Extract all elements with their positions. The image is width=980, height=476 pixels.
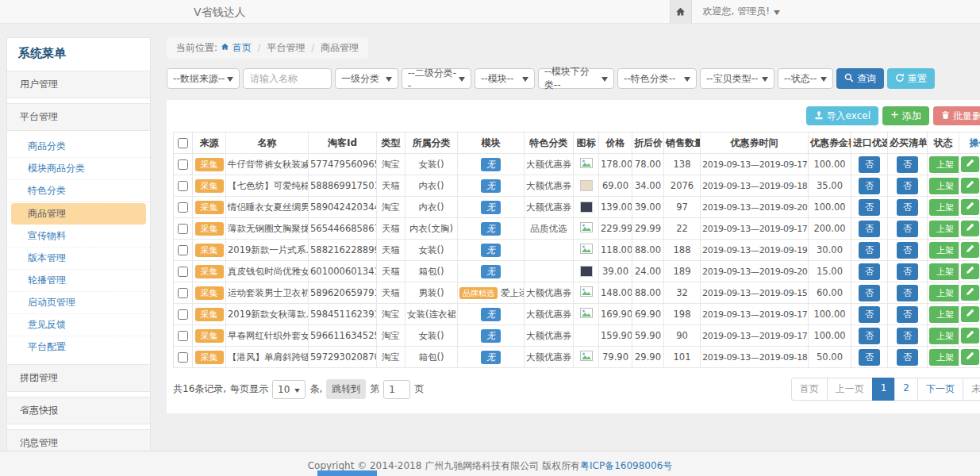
sidebar-group-item[interactable]: 省惠快报	[7, 397, 150, 424]
sidebar-item[interactable]: 版本管理	[7, 248, 150, 270]
must-buy-toggle-button[interactable]: 否	[897, 263, 918, 280]
filter-select[interactable]: --数据来源--	[167, 68, 240, 89]
page-button[interactable]: 末页	[963, 378, 980, 401]
sidebar-item[interactable]: 特色分类	[7, 180, 150, 202]
feature-category: 大额优惠券	[525, 197, 574, 218]
sidebar-item-active[interactable]: 商品管理	[11, 203, 146, 225]
filter-select[interactable]: 一级分类	[335, 68, 398, 89]
search-button[interactable]: 查询	[836, 68, 884, 89]
column-header: 类型	[377, 132, 405, 154]
sidebar-group-item[interactable]: 消息管理	[7, 429, 150, 451]
sidebar-item[interactable]: 意见反馈	[7, 314, 150, 336]
import-toggle-button[interactable]: 否	[859, 328, 880, 344]
table-row: 采集早春网红针织外套女春...596611634525淘宝女装()无大额优惠券1…	[174, 325, 980, 347]
sidebar-item[interactable]: 模块商品分类	[7, 158, 150, 180]
user-menu[interactable]: 欢迎您, 管理员!	[703, 5, 780, 18]
page-button[interactable]: 下一页	[917, 378, 963, 401]
import-toggle-button[interactable]: 否	[859, 221, 880, 237]
must-buy-toggle-button[interactable]: 否	[897, 221, 918, 237]
page-number-input[interactable]	[383, 380, 410, 399]
filter-select[interactable]: --模块--	[475, 68, 535, 89]
must-buy-toggle-button[interactable]: 否	[897, 178, 918, 194]
icp-link[interactable]: 粤ICP备16098006号	[580, 460, 672, 471]
filter-select[interactable]: --宝贝类型--	[700, 68, 774, 89]
horizontal-scrollbar-thumb[interactable]	[317, 470, 377, 476]
import-toggle-button[interactable]: 否	[859, 349, 880, 366]
edit-button[interactable]	[961, 156, 979, 172]
pencil-icon	[966, 330, 974, 341]
status-button[interactable]: 上架	[929, 156, 959, 173]
name-search-input[interactable]	[243, 68, 332, 89]
jump-button[interactable]: 跳转到	[326, 379, 366, 399]
filter-select[interactable]: --模块下分类--	[538, 68, 614, 89]
row-checkbox[interactable]	[178, 181, 188, 191]
row-checkbox[interactable]	[178, 352, 188, 363]
edit-button[interactable]	[961, 221, 979, 236]
page-button[interactable]: 2	[894, 378, 918, 401]
sidebar-item[interactable]: 轮播管理	[7, 270, 150, 292]
filter-select[interactable]: --二级分类--	[402, 68, 471, 89]
import-toggle-button[interactable]: 否	[859, 156, 880, 173]
home-icon[interactable]	[670, 0, 692, 23]
must-buy-toggle-button[interactable]: 否	[897, 349, 918, 366]
status-button[interactable]: 上架	[929, 178, 959, 194]
sidebar-item[interactable]: 启动页管理	[7, 292, 150, 314]
batch-delete-button[interactable]: 批量删除	[933, 106, 980, 125]
edit-button[interactable]	[961, 263, 979, 279]
edit-button[interactable]	[961, 328, 979, 344]
select-all-checkbox[interactable]	[178, 138, 188, 148]
must-buy-toggle-button[interactable]: 否	[897, 156, 918, 173]
reset-button[interactable]: 重置	[887, 68, 935, 89]
sidebar-item[interactable]: 平台配置	[7, 336, 150, 358]
must-buy-toggle-button[interactable]: 否	[897, 199, 918, 216]
import-excel-button[interactable]: 导入excel	[806, 106, 878, 125]
filter-select[interactable]: --特色分类--	[617, 68, 697, 89]
must-buy-toggle-button[interactable]: 否	[897, 306, 918, 323]
page-button[interactable]: 1	[872, 378, 896, 401]
row-checkbox[interactable]	[178, 245, 188, 255]
must-buy-toggle-button[interactable]: 否	[897, 328, 918, 344]
import-toggle-button[interactable]: 否	[859, 306, 880, 323]
row-checkbox[interactable]	[178, 224, 188, 234]
per-page-select[interactable]: 10	[272, 380, 306, 399]
sidebar-item[interactable]: 宣传物料	[7, 225, 150, 248]
status-button[interactable]: 上架	[929, 328, 959, 344]
import-toggle-button[interactable]: 否	[859, 263, 880, 280]
import-toggle-button[interactable]: 否	[859, 178, 880, 194]
edit-button[interactable]	[961, 285, 979, 301]
import-toggle-button[interactable]: 否	[859, 199, 880, 216]
status-button[interactable]: 上架	[929, 285, 959, 301]
status-button[interactable]: 上架	[929, 349, 959, 366]
sidebar-group-item[interactable]: 拼团管理	[7, 364, 150, 392]
page-button[interactable]: 首页	[791, 378, 828, 401]
row-checkbox[interactable]	[178, 267, 188, 277]
status-button[interactable]: 上架	[929, 199, 959, 216]
filter-select[interactable]: --状态--	[778, 68, 833, 89]
edit-button[interactable]	[961, 199, 979, 215]
row-checkbox[interactable]	[178, 202, 188, 213]
edit-button[interactable]	[961, 242, 979, 258]
add-button[interactable]: 添加	[882, 106, 929, 125]
row-checkbox[interactable]	[178, 331, 188, 341]
must-buy-toggle-button[interactable]: 否	[897, 242, 918, 259]
status-button[interactable]: 上架	[929, 306, 959, 323]
row-checkbox[interactable]	[178, 288, 188, 298]
breadcrumb-home-link[interactable]: 首页	[221, 42, 255, 53]
sidebar-group-item[interactable]: 平台管理	[7, 103, 150, 131]
import-toggle-button[interactable]: 否	[859, 242, 880, 259]
status-button[interactable]: 上架	[929, 242, 959, 259]
edit-button[interactable]	[961, 306, 979, 322]
must-buy-toggle-button[interactable]: 否	[897, 285, 918, 301]
row-checkbox[interactable]	[178, 159, 188, 170]
import-toggle-button[interactable]: 否	[859, 285, 880, 301]
edit-button[interactable]	[961, 349, 979, 365]
row-checkbox[interactable]	[178, 309, 188, 320]
column-header: 淘客Id	[309, 132, 377, 154]
sidebar-group-item[interactable]: 用户管理	[7, 71, 150, 98]
status-button[interactable]: 上架	[929, 263, 959, 280]
edit-button[interactable]	[961, 178, 979, 194]
status-button[interactable]: 上架	[929, 221, 959, 237]
page-button[interactable]: 上一页	[827, 378, 873, 401]
sidebar-item[interactable]: 商品分类	[7, 136, 150, 158]
pagination-info: 共16条记录, 每页显示 10 条, 跳转到 第 页	[173, 379, 424, 399]
